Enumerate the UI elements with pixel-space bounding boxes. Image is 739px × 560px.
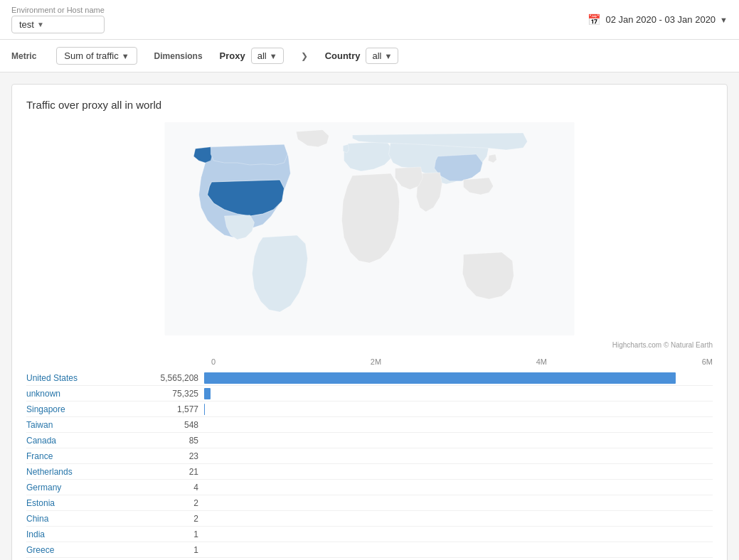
axis-label-6m: 6M [702,357,713,366]
bar-track [204,544,713,556]
calendar-icon: 📅 [588,14,601,26]
bar-track [204,466,713,478]
country-value: 5,565,208 [140,373,204,383]
proxy-dropdown[interactable]: all ▼ [251,48,284,64]
metric-bar: Metric Sum of traffic ▼ Dimensions Proxy… [0,40,739,72]
world-map-svg [26,122,713,335]
country-name[interactable]: China [26,514,140,524]
country-name[interactable]: Estonia [26,498,140,508]
bar-track [204,372,713,384]
metric-chevron-icon: ▼ [122,52,129,60]
country-group: Country all ▼ [325,48,399,64]
env-chevron-icon: ▼ [37,21,44,28]
env-dropdown[interactable]: test ▼ [11,16,105,33]
country-value: 85 [140,436,204,446]
bar-track [204,419,713,431]
bar-fill [204,388,211,399]
country-name[interactable]: Taiwan [26,420,140,430]
axis-label-4m: 4M [536,357,547,366]
date-chevron-icon: ▼ [720,16,728,24]
country-value: 23 [140,451,204,461]
country-value: 1 [140,529,204,539]
bar-chart-area: 0 2M 4M 6M United States 5,565,208 unkno… [26,355,713,560]
table-row: Canada 85 [26,433,713,448]
country-value: 2 [140,498,204,508]
world-map [26,122,713,335]
dimension-separator-icon: ❯ [301,51,308,61]
proxy-label: Proxy [220,50,245,61]
bar-fill [204,372,676,384]
country-value: 75,325 [140,389,204,399]
bar-track [204,451,713,462]
country-name[interactable]: United States [26,373,140,383]
bar-track [204,497,713,509]
country-dropdown[interactable]: all ▼ [366,48,398,64]
table-row: unknown 75,325 [26,386,713,402]
country-value: all [372,50,381,61]
bar-track [204,404,713,415]
table-row: Taiwan 548 [26,417,713,433]
proxy-group: Proxy all ▼ [220,48,284,64]
proxy-value: all [257,50,267,61]
date-range-value: 02 Jan 2020 - 03 Jan 2020 [605,14,716,25]
country-rows: United States 5,565,208 unknown 75,325 S… [26,370,713,560]
proxy-chevron-icon: ▼ [270,52,277,60]
bar-track [204,529,713,540]
env-label: Environment or Host name [11,6,105,14]
table-row: Netherlands 21 [26,464,713,480]
metric-label: Metric [11,51,36,61]
main-content: Traffic over proxy all in world [0,72,739,560]
table-row: China 2 [26,511,713,527]
table-row: Singapore 1,577 [26,402,713,417]
dimensions-label: Dimensions [154,51,203,61]
country-value: 2 [140,514,204,524]
country-value: 548 [140,420,204,430]
country-name[interactable]: France [26,451,140,461]
date-range-picker[interactable]: 📅 02 Jan 2020 - 03 Jan 2020 ▼ [588,14,728,26]
table-row: Greece 1 [26,542,713,558]
chart-title: Traffic over proxy all in world [26,99,713,111]
country-name[interactable]: India [26,529,140,539]
country-value: 4 [140,483,204,492]
country-value: 21 [140,467,204,477]
country-value: 1,577 [140,404,204,414]
country-name[interactable]: Netherlands [26,467,140,477]
country-name[interactable]: Germany [26,483,140,492]
country-name[interactable]: Canada [26,436,140,446]
metric-dropdown[interactable]: Sum of traffic ▼ [56,47,137,65]
metric-value: Sum of traffic [64,50,118,61]
highcharts-credit: Highcharts.com © Natural Earth [26,341,713,349]
country-label: Country [325,50,361,61]
bar-track [204,388,713,399]
table-row: Estonia 2 [26,495,713,511]
top-bar: Environment or Host name test ▼ 📅 02 Jan… [0,0,739,40]
env-value: test [19,19,34,30]
chart-card: Traffic over proxy all in world [11,84,728,560]
env-section: Environment or Host name test ▼ [11,6,105,33]
country-chevron-icon: ▼ [385,52,393,60]
bar-track [204,435,713,446]
bar-track [204,482,713,493]
axis-label-0: 0 [211,357,216,366]
bar-track [204,513,713,524]
country-value: 1 [140,545,204,555]
axis-label-2m: 2M [371,357,381,366]
bar-axis: 0 2M 4M 6M [211,357,713,366]
country-name[interactable]: Singapore [26,404,140,414]
country-name[interactable]: unknown [26,389,140,399]
table-row: Germany 4 [26,480,713,495]
table-row: United States 5,565,208 [26,370,713,386]
table-row: France 23 [26,448,713,464]
country-name[interactable]: Greece [26,545,140,555]
table-row: India 1 [26,527,713,542]
